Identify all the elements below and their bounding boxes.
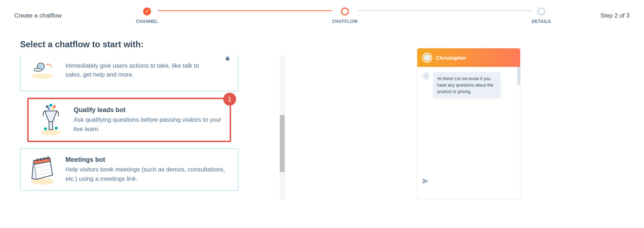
svg-rect-2 bbox=[34, 68, 42, 71]
annotation-badge: 1 bbox=[223, 93, 236, 106]
preview-header: Christopher bbox=[417, 48, 520, 67]
step-label: CHANNEL bbox=[136, 19, 158, 24]
option-description: Immediately give users actions to take, … bbox=[65, 61, 214, 79]
step-indicator: Step 2 of 3 bbox=[565, 12, 630, 19]
scrollbar-track[interactable] bbox=[280, 56, 285, 199]
option-meetings[interactable]: Meetings bot Help visitors book meetings… bbox=[20, 149, 238, 191]
step-details[interactable]: DETAILS bbox=[532, 8, 551, 24]
scrollbar-thumb[interactable] bbox=[517, 67, 520, 85]
svg-point-20 bbox=[425, 74, 427, 76]
options-list[interactable]: Immediately give users actions to take, … bbox=[20, 56, 285, 199]
chat-preview: Christopher Hi there! Let me know if you… bbox=[417, 48, 521, 199]
wizard-stepper: ✓ CHANNEL CHATFLOW DETAILS bbox=[122, 8, 565, 24]
option-description: Help visitors book meetings (such as dem… bbox=[65, 165, 230, 183]
breadcrumb: Create a chatflow bbox=[14, 12, 122, 19]
preview-body: Hi there! Let me know if you have any qu… bbox=[417, 67, 520, 174]
svg-rect-9 bbox=[49, 122, 53, 130]
step-circle-icon bbox=[341, 8, 349, 15]
agent-name: Christopher bbox=[436, 55, 466, 61]
step-label: CHATFLOW bbox=[332, 19, 358, 24]
svg-point-7 bbox=[48, 108, 50, 110]
calendar-icon bbox=[28, 155, 57, 184]
person-icon bbox=[424, 54, 430, 61]
option-title: Meetings bot bbox=[65, 156, 230, 164]
message-row: Hi there! Let me know if you have any qu… bbox=[422, 72, 515, 98]
step-label: DETAILS bbox=[532, 19, 551, 24]
svg-point-4 bbox=[46, 105, 49, 108]
lock-icon bbox=[225, 56, 230, 62]
page-title: Select a chatflow to start with: bbox=[20, 39, 313, 49]
funnel-icon bbox=[36, 106, 65, 134]
avatar bbox=[422, 53, 432, 63]
option-description: Ask qualifying questions before passing … bbox=[74, 115, 222, 134]
person-icon bbox=[422, 72, 430, 80]
send-icon[interactable] bbox=[422, 179, 429, 186]
svg-point-11 bbox=[55, 127, 58, 130]
svg-point-0 bbox=[32, 74, 53, 79]
message-bubble: Hi there! Let me know if you have any qu… bbox=[433, 72, 501, 98]
step-channel[interactable]: ✓ CHANNEL bbox=[136, 8, 158, 24]
scrollbar-thumb[interactable] bbox=[280, 115, 285, 172]
preview-footer bbox=[417, 174, 520, 190]
check-icon: ✓ bbox=[143, 8, 151, 15]
svg-point-6 bbox=[53, 105, 56, 108]
step-chatflow[interactable]: CHATFLOW bbox=[332, 8, 358, 24]
option-concierge[interactable]: Immediately give users actions to take, … bbox=[20, 56, 238, 91]
preview-scrollbar[interactable] bbox=[517, 67, 520, 174]
step-connector bbox=[358, 10, 532, 11]
svg-point-3 bbox=[41, 130, 61, 135]
option-qualify-leads[interactable]: 1 bbox=[27, 98, 231, 142]
svg-point-10 bbox=[44, 127, 47, 130]
step-connector bbox=[158, 10, 332, 11]
concierge-icon bbox=[28, 56, 57, 84]
option-title: Qualify leads bot bbox=[74, 106, 222, 114]
step-circle-icon bbox=[537, 8, 545, 15]
svg-point-5 bbox=[49, 104, 52, 107]
svg-point-8 bbox=[52, 108, 54, 110]
